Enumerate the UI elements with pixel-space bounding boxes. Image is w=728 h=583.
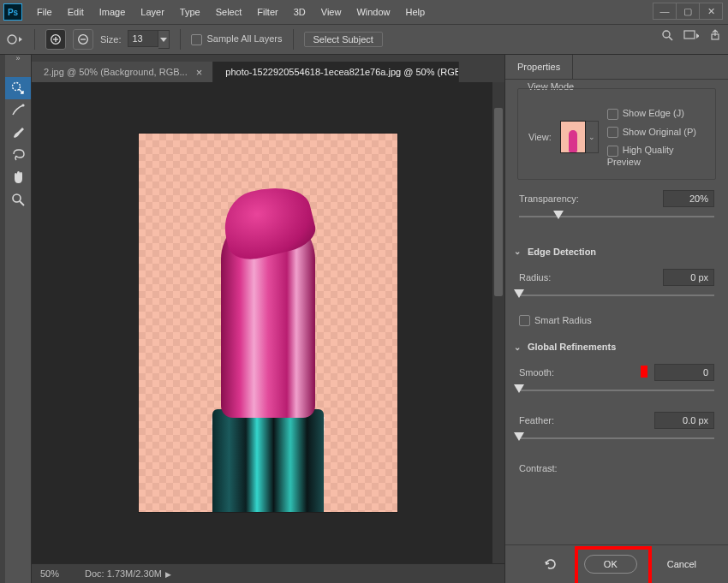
document-tab-label: 2.jpg @ 50% (Background, RGB... — [44, 67, 188, 77]
refine-edge-brush-tool[interactable] — [5, 99, 31, 122]
svg-rect-8 — [684, 31, 695, 39]
view-mode-thumbnail[interactable] — [560, 121, 586, 153]
feather-label: Feather: — [519, 415, 554, 425]
vertical-scrollbar[interactable] — [492, 82, 504, 563]
brush-size-input[interactable]: 13 — [128, 30, 158, 47]
menu-view[interactable]: View — [313, 7, 349, 17]
contrast-label: Contrast: — [519, 463, 558, 473]
smooth-label: Smooth: — [519, 367, 554, 378]
document-tab-active[interactable]: photo-1522920554618-1ecea821e76a.jpg @ 5… — [213, 62, 459, 82]
subtract-from-selection-button[interactable] — [73, 29, 93, 50]
feather-slider[interactable] — [519, 431, 714, 446]
svg-line-13 — [20, 201, 24, 205]
select-subject-button[interactable]: Select Subject — [304, 32, 383, 47]
show-original-checkbox[interactable]: Show Original (P) — [607, 127, 705, 139]
document-tab-label: photo-1522920554618-1ecea821e76a.jpg @ 5… — [225, 67, 459, 77]
menu-filter[interactable]: Filter — [249, 7, 285, 17]
document-tabs: 2.jpg @ 50% (Background, RGB... × photo-… — [32, 55, 504, 82]
close-icon[interactable]: × — [196, 66, 203, 79]
svg-point-0 — [8, 35, 16, 44]
high-quality-preview-checkbox[interactable]: High Quality Preview — [607, 145, 705, 167]
add-to-selection-button[interactable] — [45, 29, 66, 50]
lasso-tool[interactable] — [5, 144, 31, 166]
sample-all-layers-checkbox[interactable]: Sample All Layers — [191, 33, 282, 45]
cancel-button[interactable]: Cancel — [647, 555, 716, 574]
menu-select[interactable]: Select — [208, 7, 250, 17]
svg-point-12 — [13, 194, 21, 202]
annotation-marker — [641, 366, 647, 378]
document-canvas[interactable] — [139, 134, 397, 512]
menu-help[interactable]: Help — [398, 7, 433, 17]
status-bar: 50% Doc: 1.73M/2.30M▶ — [32, 563, 504, 583]
quick-selection-tool[interactable] — [5, 77, 31, 99]
menu-edit[interactable]: Edit — [60, 7, 92, 17]
radius-label: Radius: — [519, 272, 551, 283]
workspace-switcher-icon[interactable] — [683, 29, 699, 41]
window-controls: — ▢ ✕ — [653, 3, 723, 20]
transparency-label: Transparency: — [519, 193, 579, 204]
properties-tab[interactable]: Properties — [505, 55, 573, 79]
brush-size-dropdown[interactable] — [158, 30, 170, 49]
reset-icon[interactable] — [543, 556, 558, 572]
svg-point-6 — [663, 31, 670, 38]
smooth-value[interactable]: 0 — [654, 364, 714, 381]
zoom-tool[interactable] — [5, 188, 31, 211]
smooth-slider[interactable] — [519, 383, 714, 398]
document-size[interactable]: Doc: 1.73M/2.30M▶ — [85, 568, 171, 579]
ok-button[interactable]: OK — [584, 555, 637, 574]
transparency-slider[interactable] — [519, 209, 714, 224]
document-tab-inactive[interactable]: 2.jpg @ 50% (Background, RGB... × — [32, 62, 213, 82]
svg-point-11 — [21, 104, 24, 106]
hand-tool[interactable] — [5, 166, 31, 188]
view-mode-group: View Mode View: ⌄ Show Edge (J) Show Ori… — [505, 80, 728, 183]
share-icon[interactable] — [709, 29, 721, 41]
radius-slider[interactable] — [519, 288, 714, 303]
left-toolbar: » — [5, 55, 32, 583]
svg-line-7 — [669, 37, 672, 40]
menu-type[interactable]: Type — [172, 7, 208, 17]
app-logo: Ps — [3, 3, 22, 21]
properties-panel: Properties View Mode View: ⌄ Show — [504, 55, 728, 583]
brush-size-label: Size: — [100, 34, 121, 45]
window-close-button[interactable]: ✕ — [699, 3, 723, 20]
menu-window[interactable]: Window — [349, 7, 397, 17]
feather-value[interactable]: 0.0 px — [654, 412, 714, 429]
search-icon[interactable] — [661, 29, 673, 41]
menu-3d[interactable]: 3D — [286, 7, 313, 17]
options-bar: Size: 13 Sample All Layers Select Subjec… — [0, 24, 728, 55]
window-maximize-button[interactable]: ▢ — [676, 3, 700, 20]
radius-value[interactable]: 0 px — [663, 269, 714, 286]
menu-bar: Ps FileEditImageLayerTypeSelectFilter3DV… — [0, 0, 728, 24]
toolbar-expand-handle[interactable]: » — [5, 54, 31, 62]
window-minimize-button[interactable]: — — [653, 3, 677, 20]
panel-bottom-bar: OK Cancel — [505, 544, 728, 583]
show-edge-checkbox[interactable]: Show Edge (J) — [607, 108, 705, 120]
menu-layer[interactable]: Layer — [133, 7, 172, 17]
view-mode-dropdown[interactable]: ⌄ — [586, 121, 599, 153]
smart-radius-checkbox[interactable]: Smart Radius — [519, 315, 592, 325]
tool-preset-dropdown[interactable] — [5, 32, 24, 47]
canvas-artwork — [212, 409, 324, 512]
menu-file[interactable]: File — [29, 7, 60, 17]
zoom-level[interactable]: 50% — [40, 568, 59, 579]
menu-image[interactable]: Image — [92, 7, 134, 17]
edge-detection-section[interactable]: ⌄Edge Detection — [505, 231, 728, 262]
view-label: View: — [528, 132, 552, 142]
transparency-value[interactable]: 20% — [663, 190, 714, 207]
brush-tool[interactable] — [5, 122, 31, 144]
panel-tab-bar: Properties — [505, 55, 728, 80]
global-refinements-section[interactable]: ⌄Global Refinements — [505, 326, 728, 357]
canvas-area[interactable] — [32, 82, 504, 563]
